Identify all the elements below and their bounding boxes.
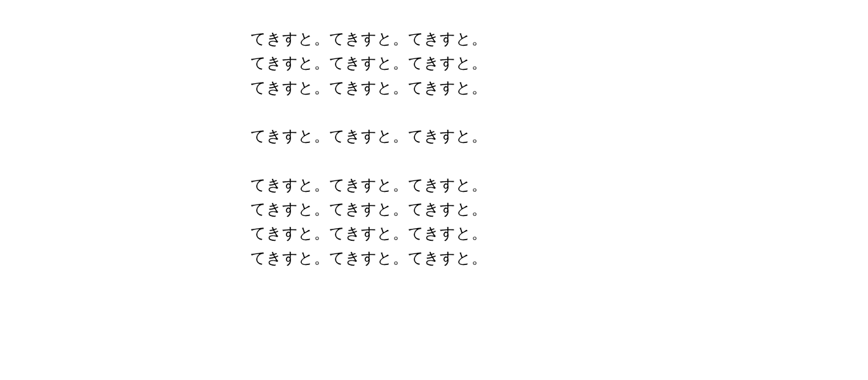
paragraph-2: てきすと。てきすと。てきすと。	[250, 124, 868, 148]
text-line: てきすと。てきすと。てきすと。	[250, 173, 868, 197]
text-line: てきすと。てきすと。てきすと。	[250, 27, 868, 51]
text-line: てきすと。てきすと。てきすと。	[250, 76, 868, 100]
text-line: てきすと。てきすと。てきすと。	[250, 197, 868, 221]
text-line: てきすと。てきすと。てきすと。	[250, 221, 868, 245]
text-line: てきすと。てきすと。てきすと。	[250, 246, 868, 270]
paragraph-3: てきすと。てきすと。てきすと。 てきすと。てきすと。てきすと。 てきすと。てきす…	[250, 173, 868, 271]
text-line: てきすと。てきすと。てきすと。	[250, 51, 868, 75]
paragraph-1: てきすと。てきすと。てきすと。 てきすと。てきすと。てきすと。 てきすと。てきす…	[250, 27, 868, 100]
text-line: てきすと。てきすと。てきすと。	[250, 124, 868, 148]
